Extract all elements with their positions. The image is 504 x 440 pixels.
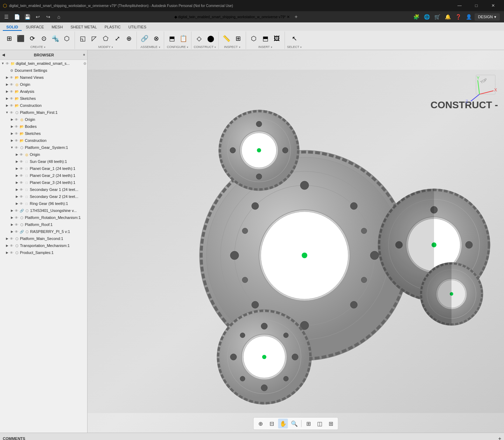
new-tab-button[interactable]: ＋ (291, 12, 301, 22)
insert-derive-button[interactable]: ⬡ (248, 32, 259, 45)
tab-utilities[interactable]: UTILITIES (125, 24, 150, 31)
tab-plastic[interactable]: PLASTIC (101, 24, 124, 31)
select-button[interactable]: ↖ (289, 32, 300, 45)
save-button[interactable]: 💾 (22, 12, 32, 22)
eye-icon-rg[interactable]: 👁 (19, 202, 24, 206)
tab-sheet-metal[interactable]: SHEET METAL (67, 24, 100, 31)
tree-root[interactable]: ▼ 👁 📁 digital_twin_enabled_smart_s... ⚙ (0, 60, 87, 67)
tree-planet-gear-3[interactable]: ▶ 👁 □ Planet Gear_3 (24 teeth):1 (0, 179, 87, 186)
eye-icon-origin[interactable]: 👁 (9, 83, 14, 87)
more-tools-button[interactable]: ⊞ (326, 419, 336, 428)
tree-sketches[interactable]: ▶ 👁 📂 Sketches (0, 95, 87, 102)
new-component-button[interactable]: ⊞ (4, 32, 15, 45)
redo-button[interactable]: ↪ (43, 12, 53, 22)
help-button[interactable]: ❓ (454, 12, 463, 22)
browser-expand-icon[interactable]: + (83, 53, 85, 57)
joint-button[interactable]: 🔗 (139, 32, 150, 45)
store-button[interactable]: 🛒 (433, 12, 442, 22)
insert-svg-button[interactable]: 🖼 (271, 32, 282, 45)
undo-button[interactable]: ↩ (33, 12, 43, 22)
tree-planet-gear-2[interactable]: ▶ 👁 □ Planet Gear_2 (24 teeth):1 (0, 172, 87, 179)
tree-platform-main-first[interactable]: ▼ 👁 ⬡ Platform_Main_First:1 (0, 109, 87, 116)
tab-mesh[interactable]: MESH (48, 24, 66, 31)
tree-sketches2[interactable]: ▶ 👁 📂 Sketches (0, 130, 87, 137)
configure-btn1[interactable]: ⬒ (166, 32, 177, 45)
hole-button[interactable]: ⊙ (38, 32, 49, 45)
eye-icon-pms[interactable]: 👁 (9, 237, 14, 241)
grid-button[interactable]: ⊞ (304, 419, 314, 428)
eye-icon-rm[interactable]: 👁 (14, 216, 19, 220)
revolve-button[interactable]: ⟳ (27, 32, 38, 45)
browser-button[interactable]: 🌐 (422, 12, 432, 22)
tree-rotation-mechanism[interactable]: ▶ 👁 ⬡ Platform_Rotation_Mechanism:1 (0, 214, 87, 221)
fillet-button[interactable]: ◱ (77, 32, 88, 45)
combine-button[interactable]: ⊕ (123, 32, 134, 45)
tree-sun-gear[interactable]: ▶ 👁 □ Sun Gear (48 teeth):1 (0, 158, 87, 165)
tree-planet-gear-1[interactable]: ▶ 👁 □ Planet Gear_1 (24 teeth):1 (0, 165, 87, 172)
construct-axis-button[interactable]: ⬤ (205, 32, 216, 45)
tree-bodies[interactable]: ▶ 👁 📂 Bodies (0, 123, 87, 130)
tree-analysis[interactable]: ▶ 👁 📂 Analysis (0, 88, 87, 95)
tree-platform-gear-system[interactable]: ▼ 👁 ⬡ Platform_Gear_System:1 (0, 144, 87, 151)
eye-icon-pg2[interactable]: 👁 (19, 174, 24, 178)
eye-icon-pg1[interactable]: 👁 (19, 167, 24, 171)
tree-construction2[interactable]: ▶ 👁 📂 Construction (0, 137, 87, 144)
minimize-button[interactable]: — (451, 0, 468, 11)
small-right-gear[interactable] (420, 262, 483, 325)
tree-doc-settings[interactable]: ⚙ Document Settings (0, 67, 87, 74)
orbit-button[interactable]: ⊕ (256, 419, 266, 428)
eye-icon-sg1[interactable]: 👁 (19, 188, 24, 192)
rigid-group-button[interactable]: ⊗ (150, 32, 162, 45)
tree-origin2[interactable]: ▶ 👁 ◎ Origin (0, 116, 87, 123)
zoom-button[interactable]: 🔍 (289, 419, 299, 428)
close-button[interactable]: ✕ (485, 0, 501, 11)
eye-icon-tm[interactable]: 👁 (9, 244, 14, 248)
tree-platform-roof[interactable]: ▶ 👁 ⬡ Platform_Roof:1 (0, 221, 87, 228)
eye-icon-sg2[interactable]: 👁 (19, 195, 24, 199)
notifications-button[interactable]: 🔔 (443, 12, 453, 22)
tree-origin[interactable]: ▶ 👁 ◎ Origin (0, 81, 87, 88)
eye-icon-named-views[interactable]: 👁 (9, 76, 14, 80)
browser-collapse-icon[interactable]: ◀ (2, 53, 5, 57)
tab-close-button[interactable]: ✕ (287, 15, 290, 19)
extrude-button[interactable]: ⬛ (15, 32, 26, 45)
eye-icon-analysis[interactable]: 👁 (9, 90, 14, 94)
eye-icon-origin3[interactable]: 👁 (19, 153, 24, 157)
eye-icon-root[interactable]: 👁 (5, 62, 10, 66)
tree-named-views[interactable]: ▶ 👁 📂 Named Views (0, 74, 87, 81)
hamburger-menu[interactable]: ☰ (1, 12, 11, 22)
comments-add-button[interactable]: + (498, 436, 501, 440)
design-workspace-button[interactable]: DESIGN ▾ (475, 13, 500, 21)
top-gear[interactable] (219, 110, 299, 191)
eye-icon-17hs[interactable]: 👁 (14, 209, 19, 213)
configure-btn2[interactable]: 📋 (178, 32, 189, 45)
tree-origin3[interactable]: ▶ 👁 ◎ Origin (0, 151, 87, 158)
scale-button[interactable]: ⤢ (112, 32, 123, 45)
eye-icon-sketches[interactable]: 👁 (9, 97, 14, 101)
new-file-button[interactable]: 📄 (12, 12, 22, 22)
settings-icon[interactable]: ⚙ (83, 62, 86, 66)
section-analysis-button[interactable]: ⊞ (232, 32, 244, 45)
viewport[interactable]: CONSTRUCT - X Y Z TOP ⊕ ⊟ (88, 50, 504, 433)
construct-plane-button[interactable]: ◇ (194, 32, 205, 45)
active-tab[interactable]: ◆ digital_twin_enabled_smart_shipping_wo… (174, 15, 290, 19)
tree-secondary-gear-1[interactable]: ▶ 👁 □ Secondary Gear 1 (24 teet... (0, 186, 87, 193)
home-button[interactable]: ⌂ (54, 12, 64, 22)
create-more-button[interactable]: ⬡ (61, 32, 72, 45)
eye-icon-sun-gear[interactable]: 👁 (19, 160, 24, 164)
tab-solid[interactable]: SOLID (3, 24, 22, 31)
eye-icon-construction2[interactable]: 👁 (14, 139, 19, 143)
restore-button[interactable]: □ (468, 0, 484, 11)
pan-button[interactable]: ✋ (278, 419, 288, 428)
eye-icon-bodies[interactable]: 👁 (14, 125, 19, 129)
eye-icon-construction[interactable]: 👁 (9, 104, 14, 108)
tree-product-samples[interactable]: ▶ 👁 ⬡ Product_Samples:1 (0, 249, 87, 256)
eye-icon-pgs[interactable]: 👁 (14, 146, 19, 150)
tree-17hs[interactable]: ▶ 👁 🔗 ⬡ 17HS3401_Usongshine v... (0, 207, 87, 214)
extensions-button[interactable]: 🧩 (412, 12, 421, 22)
eye-icon-rpi[interactable]: 👁 (14, 230, 19, 234)
eye-icon-pg3[interactable]: 👁 (19, 181, 24, 185)
look-at-button[interactable]: ⊟ (267, 419, 277, 428)
tree-construction[interactable]: ▶ 👁 📂 Construction (0, 102, 87, 109)
bottom-gear[interactable] (217, 310, 312, 404)
